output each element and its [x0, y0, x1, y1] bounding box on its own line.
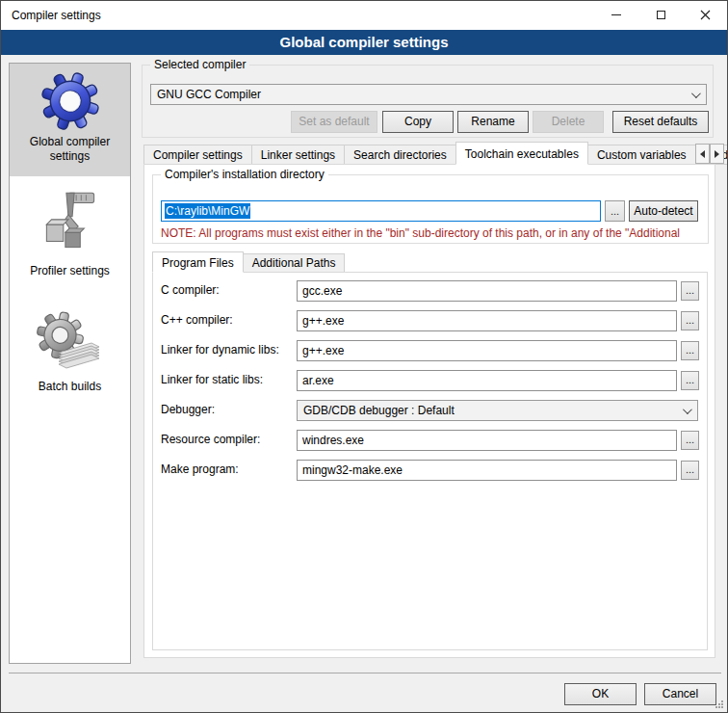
sidebar-item-label: Profiler settings — [10, 264, 130, 284]
static-linker-input[interactable] — [297, 370, 677, 391]
sidebar-item-profiler-settings[interactable]: Profiler settings — [10, 181, 130, 285]
sidebar-item-label: Batch builds — [10, 380, 130, 400]
field-label: C compiler: — [161, 283, 220, 297]
browse-c-compiler-button[interactable]: ... — [681, 281, 699, 301]
c-compiler-input[interactable] — [297, 280, 677, 302]
field-label: Resource compiler: — [161, 433, 260, 446]
installation-directory-group: Compiler's installation directory C:\ray… — [152, 174, 709, 244]
resize-grip[interactable] — [715, 700, 724, 709]
debugger-select-value: GDB/CDB debugger : Default — [303, 404, 455, 417]
browse-resource-compiler-button[interactable]: ... — [681, 431, 699, 450]
field-label: Linker for static libs: — [161, 373, 263, 386]
debugger-select[interactable]: GDB/CDB debugger : Default — [297, 400, 698, 421]
program-files-tab-bar: Program Files Additional Paths — [152, 251, 344, 273]
arrow-right-icon — [715, 150, 719, 158]
group-label: Compiler's installation directory — [161, 168, 328, 181]
tab-program-files[interactable]: Program Files — [152, 251, 244, 273]
title-bar: Compiler settings — [1, 1, 727, 30]
toolchain-executables-page: Compiler's installation directory C:\ray… — [143, 164, 715, 658]
tab-compiler-settings[interactable]: Compiler settings — [143, 145, 252, 165]
field-label: Linker for dynamic libs: — [161, 343, 279, 356]
field-row-debugger: Debugger: GDB/CDB debugger : Default — [153, 400, 707, 421]
group-label: Selected compiler — [150, 58, 249, 71]
browse-cpp-compiler-button[interactable]: ... — [681, 311, 699, 330]
browse-directory-button[interactable]: ... — [605, 200, 625, 222]
window-title: Compiler settings — [12, 1, 101, 30]
note-text: NOTE: All programs must exist either in … — [161, 226, 706, 240]
field-row-make-program: Make program: ... — [153, 460, 707, 481]
field-label: Make program: — [161, 462, 239, 476]
field-label: Debugger: — [161, 403, 215, 416]
browse-static-linker-button[interactable]: ... — [681, 371, 699, 390]
selected-compiler-group: Selected compiler GNU GCC Compiler Set a… — [142, 65, 714, 138]
installation-directory-input[interactable]: C:\raylib\MinGW — [161, 200, 601, 222]
field-row-resource-compiler: Resource compiler: ... — [153, 430, 707, 451]
cancel-button[interactable]: Cancel — [644, 683, 716, 705]
set-as-default-button[interactable]: Set as default — [291, 111, 377, 133]
ok-button[interactable]: OK — [564, 683, 637, 705]
resource-compiler-input[interactable] — [297, 430, 677, 451]
field-row-dynamic-linker: Linker for dynamic libs: ... — [153, 340, 707, 361]
blue-gear-icon — [39, 69, 102, 133]
cpp-compiler-input[interactable] — [297, 310, 677, 331]
sidebar-item-batch-builds[interactable]: Batch builds — [10, 303, 130, 407]
tab-custom-variables[interactable]: Custom variables — [587, 145, 696, 165]
delete-button[interactable]: Delete — [533, 111, 604, 133]
settings-tab-bar: Compiler settings Linker settings Search… — [143, 142, 728, 165]
gray-gear-stack-icon — [36, 308, 105, 378]
sidebar-item-label: Global compiler settings — [10, 135, 130, 170]
tab-scroll-left-button[interactable] — [695, 144, 710, 164]
dialog-banner: Global compiler settings — [1, 30, 727, 55]
caliper-icon — [39, 187, 102, 262]
auto-detect-button[interactable]: Auto-detect — [629, 200, 698, 222]
tab-search-directories[interactable]: Search directories — [344, 145, 456, 165]
tab-additional-paths[interactable]: Additional Paths — [243, 253, 346, 273]
compiler-settings-window: Compiler settings Global compiler settin… — [0, 0, 728, 713]
field-label: C++ compiler: — [161, 313, 233, 327]
program-files-panel: C compiler: ... C++ compiler: ... Linker… — [152, 272, 708, 650]
arrow-left-icon — [700, 150, 705, 158]
close-icon — [700, 10, 711, 20]
chevron-down-icon — [683, 405, 692, 414]
close-button[interactable] — [683, 1, 727, 29]
make-program-input[interactable] — [297, 460, 677, 481]
footer-separator — [9, 673, 721, 673]
field-row-static-linker: Linker for static libs: ... — [153, 370, 707, 391]
selected-text: C:\raylib\MinGW — [165, 203, 250, 219]
tab-linker-settings[interactable]: Linker settings — [251, 145, 345, 165]
minimize-button[interactable] — [594, 1, 638, 29]
maximize-button[interactable] — [638, 1, 683, 29]
compiler-select[interactable]: GNU GCC Compiler — [150, 84, 707, 105]
dynamic-linker-input[interactable] — [297, 340, 677, 361]
minimize-icon — [611, 14, 621, 15]
settings-category-list: Global compiler settings Profiler settin… — [9, 63, 131, 664]
browse-dynamic-linker-button[interactable]: ... — [681, 341, 699, 360]
rename-button[interactable]: Rename — [457, 111, 529, 133]
tab-toolchain-executables[interactable]: Toolchain executables — [455, 142, 588, 165]
chevron-down-icon — [691, 89, 701, 98]
field-row-cpp-compiler: C++ compiler: ... — [153, 310, 707, 331]
browse-make-program-button[interactable]: ... — [681, 461, 699, 480]
tab-scroll-right-button[interactable] — [710, 144, 724, 164]
compiler-select-value: GNU GCC Compiler — [157, 88, 261, 101]
copy-button[interactable]: Copy — [382, 111, 454, 133]
field-row-c-compiler: C compiler: ... — [153, 280, 707, 302]
sidebar-item-global-compiler-settings[interactable]: Global compiler settings — [10, 64, 130, 176]
reset-defaults-button[interactable]: Reset defaults — [612, 111, 709, 133]
maximize-icon — [657, 11, 665, 19]
